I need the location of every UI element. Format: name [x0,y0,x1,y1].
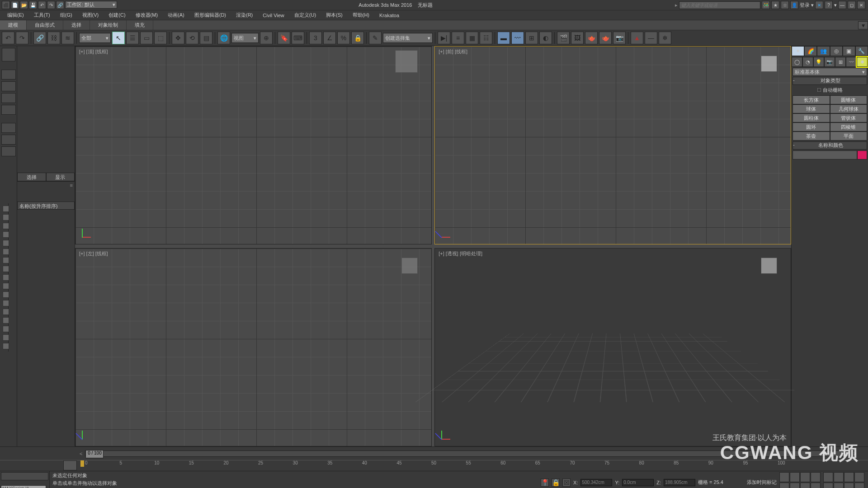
scene-sort-header[interactable]: 名称(按升序排序) [17,202,75,210]
obj-plane[interactable]: 平面 [830,131,868,141]
viewcube-persp[interactable] [761,258,777,274]
vnav-zoom[interactable] [823,472,833,482]
krakatoa-3[interactable]: ❄ [659,32,671,44]
coord-y[interactable] [622,479,654,486]
render-setup-button[interactable]: 🎬 [557,32,570,44]
lock-icon[interactable]: 📍 [541,479,549,487]
viewcube-left[interactable] [401,258,418,274]
cmd-tab-display[interactable]: ▣ [843,46,855,56]
snap-spinner-button[interactable]: 🔒 [351,32,364,44]
nav-goto-start[interactable] [779,472,789,482]
minimize-icon[interactable]: — [838,1,846,9]
search-opts-icon[interactable]: 👬 [762,1,770,9]
ribbon-tab-select[interactable]: 选择 [63,20,90,30]
snap-3-button[interactable]: 3 [309,32,322,44]
lt-4[interactable] [1,105,16,115]
si-11[interactable] [3,291,9,298]
obj-pyramid[interactable]: 四棱锥 [830,122,868,131]
link-button[interactable]: 🔗 [33,32,46,44]
exchange-icon[interactable]: ✕ [815,1,823,9]
si-10[interactable] [3,283,9,289]
si-9[interactable] [3,274,9,281]
workspace-selector[interactable]: 工作区: 默认▾ [65,1,117,9]
selection-filter[interactable]: 全部▾ [79,33,111,43]
unlink-button[interactable]: ⛓ [47,32,60,44]
maxscript-input[interactable] [1,485,46,488]
new-icon[interactable]: 📄 [11,1,19,9]
lt-5[interactable] [1,123,16,133]
add-time-tag[interactable]: 添加时间标记 [747,479,777,486]
menu-create[interactable]: 创建(C) [104,11,130,19]
autogrid-checkbox[interactable]: ☐ 自动栅格 [792,86,868,94]
si-3[interactable] [3,223,9,229]
nav-time-config[interactable] [800,483,810,488]
close-icon[interactable]: ✕ [857,1,865,9]
menu-customize[interactable]: 自定义(U) [290,11,321,19]
sub-cameras[interactable]: 📷 [824,57,835,67]
viewport-front[interactable]: [+] [前] [线框] [434,46,791,244]
ribbon-expand-icon[interactable]: ▾ [858,21,868,29]
ribbon-tab-model[interactable]: 建模 [0,20,27,30]
select-region-button[interactable]: ▭ [140,32,153,44]
nav-play[interactable] [800,472,810,482]
render-frame-button[interactable]: 🖼 [571,32,584,44]
scene-tab-select[interactable]: 选择 [17,173,46,181]
link-icon[interactable]: 🔗 [56,1,64,9]
material-button[interactable]: ◐ [539,32,552,44]
keyboard-button[interactable]: ⌨ [292,32,304,44]
lt-explorer[interactable] [2,48,15,61]
menu-modifiers[interactable]: 修改器(M) [131,11,163,19]
undo-icon[interactable]: ↶ [38,1,46,9]
si-17[interactable] [3,343,9,349]
menu-animation[interactable]: 动画(A) [163,11,189,19]
menu-civil[interactable]: Civil View [258,12,288,19]
scene-tab-display[interactable]: 显示 [46,173,75,181]
menu-krakatoa[interactable]: Krakatoa [375,12,404,19]
mirror-button[interactable]: ▶| [438,32,450,44]
obj-cone[interactable]: 圆锥体 [830,95,868,104]
cmd-tab-create[interactable]: ✦ [792,46,804,56]
obj-teapot[interactable]: 茶壶 [793,131,830,141]
nav-next[interactable] [811,472,821,482]
cmd-tab-motion[interactable]: ◎ [830,46,843,56]
rollout-namecolor[interactable]: -名称和颜色 [793,141,867,150]
menu-edit[interactable]: 编辑(E) [3,11,28,19]
vnav-pan[interactable] [823,483,833,488]
window-cross-button[interactable]: ⬚ [154,32,167,44]
sub-spacewarps[interactable]: 〰 [846,57,857,67]
vnav-orbit[interactable] [834,483,844,488]
save-icon[interactable]: 💾 [29,1,37,9]
ref-coord-button[interactable]: 🌐 [217,32,230,44]
maximize-icon[interactable]: ◻ [848,1,856,9]
menu-help[interactable]: 帮助(H) [348,11,374,19]
open-icon[interactable]: 📂 [20,1,28,9]
obj-torus[interactable]: 圆环 [793,122,830,131]
si-8[interactable] [3,266,9,272]
search-input[interactable] [679,1,760,9]
fav-icon[interactable]: ★ [771,1,779,9]
select-name-button[interactable]: ☰ [126,32,139,44]
render-iter-button[interactable]: 📷 [613,32,626,44]
ref-coord-select[interactable]: 视图▾ [231,33,259,43]
help-icon[interactable]: ? [825,1,833,9]
nav-key[interactable] [790,483,800,488]
menu-views[interactable]: 视图(V) [78,11,104,19]
sub-systems[interactable]: ✱ [857,57,868,67]
undo-button[interactable]: ↶ [2,32,14,44]
redo-button[interactable]: ↷ [16,32,28,44]
menu-render[interactable]: 渲染(R) [231,11,257,19]
snap-angle-button[interactable]: ∠ [323,32,336,44]
vnav-zoomext[interactable] [844,472,854,482]
lt-3[interactable] [1,93,16,103]
trackbar-toggle[interactable] [63,460,77,470]
time-handle[interactable]: 0 / 100 [85,450,104,458]
viewport-perspective[interactable]: [+] [透视] [明暗处理] [434,248,791,446]
viewport-left[interactable]: [+] [左] [线框] [75,248,432,446]
viewcube-front[interactable] [761,56,777,72]
menu-graph[interactable]: 图形编辑器(D) [190,11,231,19]
lt-6[interactable] [1,135,16,145]
scale-button[interactable]: ▤ [200,32,212,44]
render-prod-button[interactable]: 🫖 [599,32,612,44]
si-4[interactable] [3,231,9,238]
rotate-button[interactable]: ⟲ [186,32,198,44]
